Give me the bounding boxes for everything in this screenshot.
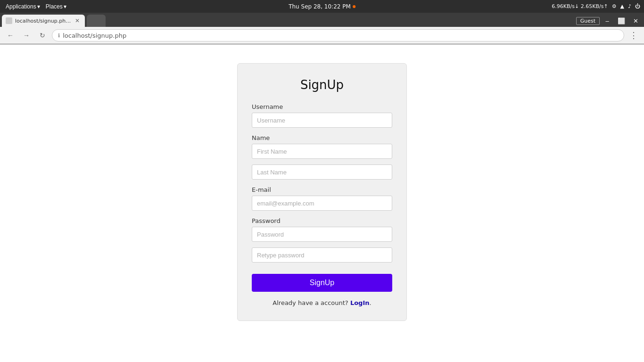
browser-tab-new[interactable] (87, 15, 106, 27)
address-input-content: ℹ localhost/signup.php (58, 32, 618, 39)
status-dot (353, 5, 355, 8)
browser-menu-button[interactable]: ⋮ (627, 29, 640, 42)
page-content: SignUp Username Name E-mail Password Sig… (0, 44, 644, 362)
password-label: Password (252, 217, 392, 224)
guest-badge: Guest (576, 17, 600, 25)
tab-favicon (6, 17, 12, 24)
tab-title: localhost/signup.ph… (15, 18, 71, 24)
email-label: E-mail (252, 186, 392, 193)
name-group: Name (252, 134, 392, 180)
volume-icon: ♪ (628, 3, 631, 9)
reload-button[interactable]: ↻ (36, 29, 49, 42)
tab-close-button[interactable]: ✕ (74, 17, 81, 25)
tab-bar: localhost/signup.ph… ✕ Guest – ⬜ ✕ (0, 13, 644, 27)
back-button[interactable]: ← (4, 29, 17, 42)
username-label: Username (252, 103, 392, 110)
address-bar[interactable]: ℹ localhost/signup.php (52, 29, 624, 41)
email-group: E-mail (252, 186, 392, 211)
firstname-input[interactable] (252, 144, 392, 159)
lock-icon: ℹ (58, 33, 60, 39)
minimize-button[interactable]: – (601, 16, 614, 26)
forward-button[interactable]: → (20, 29, 33, 42)
name-label: Name (252, 134, 392, 141)
username-input[interactable] (252, 113, 392, 128)
system-bar-left: Applications ▾ Places ▾ (4, 3, 68, 10)
already-account-text: Already have a account? (272, 299, 348, 306)
network-speed: 6.96KB/s↓ 2.65KB/s↑ (552, 3, 608, 9)
signup-title: SignUp (252, 78, 392, 92)
password-input[interactable] (252, 227, 392, 242)
system-tray: 6.96KB/s↓ 2.65KB/s↑ ⚙ ▲ ♪ ⏻ (552, 3, 640, 9)
system-bar: Applications ▾ Places ▾ Thu Sep 28, 10:2… (0, 0, 644, 13)
address-bar-row: ← → ↻ ℹ localhost/signup.php ⋮ (0, 27, 644, 44)
window-controls: Guest – ⬜ ✕ (576, 16, 642, 26)
signup-button[interactable]: SignUp (252, 274, 392, 292)
power-icon: ⏻ (635, 3, 640, 9)
lastname-input[interactable] (252, 165, 392, 180)
wifi-icon: ▲ (620, 3, 624, 9)
retype-password-input[interactable] (252, 247, 392, 263)
login-link[interactable]: LogIn (350, 299, 370, 306)
password-group: Password (252, 217, 392, 263)
system-datetime: Thu Sep 28, 10:22 PM (289, 3, 355, 10)
email-input[interactable] (252, 196, 392, 211)
signup-card: SignUp Username Name E-mail Password Sig… (237, 63, 407, 321)
places-menu[interactable]: Places ▾ (44, 3, 68, 10)
username-group: Username (252, 103, 392, 128)
applications-menu[interactable]: Applications ▾ (4, 3, 42, 10)
browser-tab-active[interactable]: localhost/signup.ph… ✕ (2, 15, 85, 27)
login-link-row: Already have a account? LogIn. (252, 299, 392, 306)
address-text: localhost/signup.php (63, 32, 126, 39)
maximize-button[interactable]: ⬜ (615, 16, 628, 26)
browser-chrome: localhost/signup.ph… ✕ Guest – ⬜ ✕ ← → ↻… (0, 13, 644, 44)
settings-icon: ⚙ (612, 3, 617, 9)
close-window-button[interactable]: ✕ (629, 16, 642, 26)
